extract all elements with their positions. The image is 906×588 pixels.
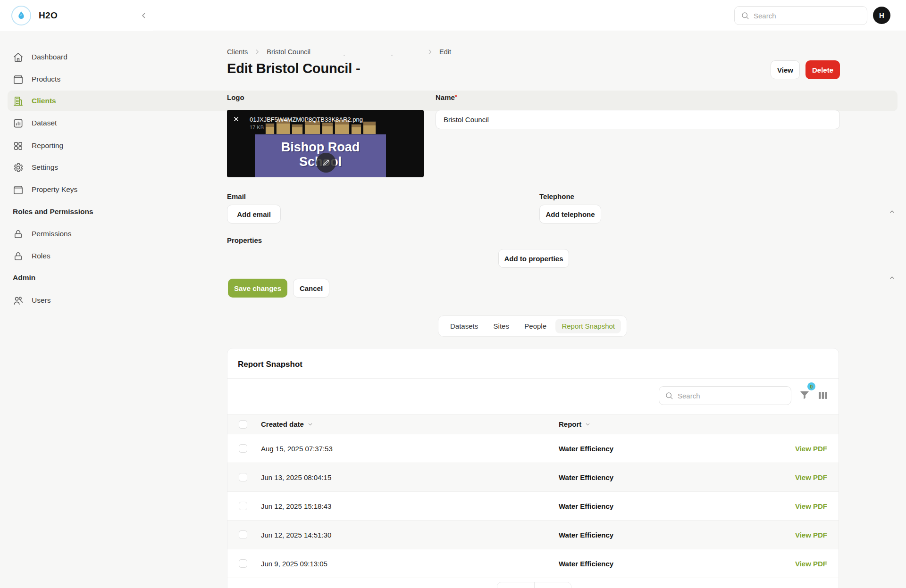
sidebar-item-label: Property Keys bbox=[32, 185, 77, 194]
user-avatar[interactable]: H bbox=[873, 7, 890, 24]
table-row[interactable]: Jun 12, 2025 15:18:43 Water Efficiency V… bbox=[227, 492, 839, 521]
telephone-label: Telephone bbox=[539, 192, 574, 200]
pagination-prev-button[interactable] bbox=[497, 582, 534, 588]
properties-label: Properties bbox=[227, 236, 262, 244]
topbar-divider bbox=[153, 31, 906, 31]
columns-icon[interactable] bbox=[817, 389, 829, 401]
page-title: Edit Bristol Council - bbox=[227, 61, 360, 76]
lock-icon bbox=[13, 251, 24, 262]
chevron-down-icon[interactable] bbox=[585, 421, 591, 427]
delete-button[interactable]: Delete bbox=[805, 60, 840, 79]
tab-report-snapshot[interactable]: Report Snapshot bbox=[555, 319, 621, 333]
column-header-created-date[interactable]: Created date bbox=[261, 420, 304, 428]
sidebar-collapse-button[interactable] bbox=[139, 10, 149, 21]
search-icon bbox=[665, 391, 673, 400]
logo-file-name: 01JXJBF5W4MZM0P8QTB33K8AR2.png bbox=[250, 116, 363, 123]
card-title: Report Snapshot bbox=[238, 360, 302, 369]
app-root: H2O H Dashboard Products Clients Dataset bbox=[0, 0, 906, 588]
row-created-date: Jun 13, 2025 08:04:15 bbox=[261, 473, 559, 481]
table-header-row: Created date Report bbox=[227, 414, 839, 434]
breadcrumb-skeleton-dot bbox=[391, 55, 393, 56]
view-pdf-link[interactable]: View PDF bbox=[795, 560, 827, 568]
row-created-date: Aug 15, 2025 07:37:53 bbox=[261, 445, 559, 453]
remove-logo-icon[interactable] bbox=[233, 116, 241, 124]
pencil-icon bbox=[322, 159, 330, 166]
table-row[interactable]: Aug 15, 2025 07:37:53 Water Efficiency V… bbox=[227, 434, 839, 463]
sidebar-item-roles[interactable]: Users Roles bbox=[8, 246, 898, 266]
breadcrumb-item-edit[interactable]: Edit bbox=[439, 48, 451, 56]
view-button[interactable]: View bbox=[771, 60, 800, 79]
filter-funnel-icon[interactable] bbox=[799, 389, 810, 401]
sidebar-item-reporting[interactable]: Reporting bbox=[8, 135, 898, 156]
tab-datasets[interactable]: Datasets bbox=[444, 319, 484, 333]
sidebar-item-label: Dashboard bbox=[32, 53, 67, 61]
tab-people[interactable]: People bbox=[518, 319, 553, 333]
row-created-date: Jun 12, 2025 14:51:30 bbox=[261, 531, 559, 539]
gear-icon bbox=[13, 162, 24, 173]
view-pdf-link[interactable]: View PDF bbox=[795, 531, 827, 539]
row-report-name: Water Efficiency bbox=[559, 531, 770, 539]
sidebar-item-label: Users bbox=[32, 296, 50, 305]
chevron-right-icon bbox=[254, 49, 260, 55]
breadcrumb: Clients Bristol Council bbox=[227, 48, 310, 56]
add-telephone-button[interactable]: Add telephone bbox=[539, 205, 601, 224]
select-all-checkbox[interactable] bbox=[239, 420, 247, 429]
card-divider bbox=[227, 378, 839, 379]
row-checkbox[interactable] bbox=[239, 530, 247, 539]
sidebar-item-users[interactable]: Users bbox=[8, 290, 898, 311]
edit-logo-button[interactable] bbox=[316, 153, 336, 173]
row-checkbox[interactable] bbox=[239, 502, 247, 510]
breadcrumb-item-clients[interactable]: Clients bbox=[227, 48, 248, 56]
detail-tabs: Datasets Sites People Report Snapshot bbox=[438, 315, 627, 337]
cancel-button[interactable]: Cancel bbox=[293, 279, 329, 298]
table-body: Aug 15, 2025 07:37:53 Water Efficiency V… bbox=[227, 434, 839, 578]
pagination-next-button[interactable] bbox=[534, 582, 571, 588]
logo-caption-line1: Bishop Road bbox=[281, 140, 360, 154]
box-icon bbox=[13, 74, 24, 85]
sidebar-item-label: Roles bbox=[32, 252, 50, 260]
breadcrumb-skeleton-dot bbox=[344, 55, 345, 56]
row-checkbox[interactable] bbox=[239, 473, 247, 481]
tab-sites[interactable]: Sites bbox=[487, 319, 515, 333]
sidebar-section-admin[interactable]: Admin bbox=[13, 273, 896, 282]
table-row[interactable]: Jun 12, 2025 14:51:30 Water Efficiency V… bbox=[227, 521, 839, 549]
sidebar-item-label: Settings bbox=[32, 163, 58, 172]
chevron-up-icon bbox=[889, 208, 896, 215]
sidebar-item-label: Reporting bbox=[32, 141, 63, 150]
add-to-properties-button[interactable]: Add to properties bbox=[498, 249, 569, 268]
row-checkbox[interactable] bbox=[239, 559, 247, 568]
name-field[interactable] bbox=[436, 110, 840, 129]
sidebar-section-roles-permissions[interactable]: Roles and Permissions bbox=[13, 207, 896, 216]
row-report-name: Water Efficiency bbox=[559, 502, 770, 510]
row-checkbox[interactable] bbox=[239, 444, 247, 453]
view-pdf-link[interactable]: View PDF bbox=[795, 473, 827, 481]
view-pdf-link[interactable]: View PDF bbox=[795, 502, 827, 510]
name-label-text: Name bbox=[436, 93, 455, 101]
sidebar-section-label: Roles and Permissions bbox=[13, 207, 93, 216]
sidebar-item-dashboard[interactable]: Dashboard bbox=[8, 47, 898, 67]
row-created-date: Jun 9, 2025 09:13:05 bbox=[261, 560, 559, 568]
table-row[interactable]: Jun 13, 2025 08:04:15 Water Efficiency V… bbox=[227, 463, 839, 492]
table-row[interactable]: Jun 9, 2025 09:13:05 Water Efficiency Vi… bbox=[227, 549, 839, 578]
sidebar-item-products[interactable]: Products bbox=[8, 69, 898, 90]
row-report-name: Water Efficiency bbox=[559, 560, 770, 568]
logo-label: Logo bbox=[227, 93, 244, 101]
global-search-input[interactable] bbox=[754, 12, 861, 20]
home-icon bbox=[13, 52, 24, 63]
view-pdf-link[interactable]: View PDF bbox=[795, 445, 827, 453]
brand: H2O bbox=[11, 6, 58, 25]
chevron-right-icon bbox=[427, 49, 433, 55]
sidebar-item-permissions[interactable]: Permissions bbox=[8, 224, 898, 244]
sidebar-item-property-keys[interactable]: Property Keys bbox=[8, 179, 898, 200]
chevron-down-icon[interactable] bbox=[307, 421, 313, 427]
save-changes-button[interactable]: Save changes bbox=[228, 279, 287, 298]
breadcrumb-item-client-name[interactable]: Bristol Council bbox=[267, 48, 310, 56]
snapshot-search[interactable] bbox=[659, 386, 791, 405]
global-search[interactable] bbox=[734, 6, 867, 25]
users-icon bbox=[13, 295, 24, 306]
add-email-button[interactable]: Add email bbox=[227, 205, 281, 224]
column-header-report[interactable]: Report bbox=[559, 420, 581, 428]
snapshot-search-input[interactable] bbox=[678, 392, 785, 400]
lock-icon bbox=[13, 229, 24, 240]
sidebar-item-settings[interactable]: Settings bbox=[8, 157, 898, 178]
